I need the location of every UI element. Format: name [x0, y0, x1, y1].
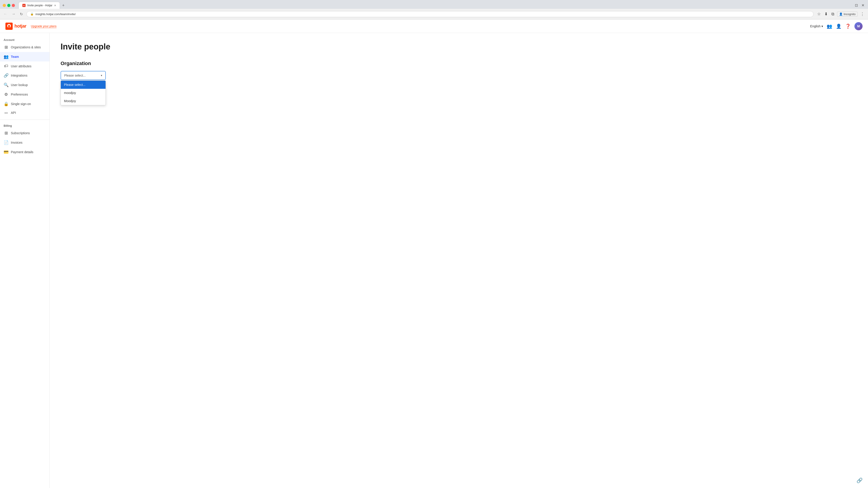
back-btn[interactable]: ← — [3, 11, 8, 17]
link-icon-btn[interactable]: 🔗 — [857, 478, 863, 484]
main-body: Account ⊞ Organizations & sites 👥 Team 🏷… — [0, 33, 868, 488]
subscriptions-icon: ⊞ — [4, 131, 8, 135]
hotjar-wordmark: hotjar — [14, 24, 26, 29]
dropdown-option-please-select[interactable]: Please select... — [61, 80, 105, 89]
profile-btn[interactable]: 👤Incognito — [837, 11, 858, 17]
nav-actions: ☆ ⬇ ⧉ 👤Incognito ⋮ — [816, 11, 865, 18]
notifications-btn[interactable]: 👥 — [827, 24, 832, 29]
sidebar-item-team[interactable]: 👥 Team — [0, 52, 50, 61]
sidebar-item-user-lookup[interactable]: 🔍 User lookup — [0, 80, 50, 90]
url-text: insights.hotjar.com/team/invite/ — [35, 12, 76, 16]
close-btn[interactable] — [12, 4, 15, 7]
svg-rect-0 — [5, 23, 13, 30]
payment-details-icon: 💳 — [4, 150, 8, 155]
organization-dropdown-menu: Please select... moodjoy Moodjoy — [61, 80, 106, 105]
account-section-label: Account — [0, 37, 50, 42]
tabs: H Invite people - Hotjar × + — [19, 2, 852, 9]
sidebar-item-label-organizations-sites: Organizations & sites — [11, 45, 41, 49]
minimize-btn[interactable] — [3, 4, 6, 7]
billing-section-label: Billing — [0, 123, 50, 128]
language-selector[interactable]: English ▾ — [810, 24, 823, 28]
tab-title: Invite people - Hotjar — [27, 4, 53, 7]
forward-btn[interactable]: → — [11, 11, 16, 17]
profile-label: Incognito — [844, 12, 856, 16]
sidebar-item-payment-details[interactable]: 💳 Payment details — [0, 147, 50, 157]
organizations-sites-icon: ⊞ — [4, 45, 8, 50]
lock-icon: 🔒 — [30, 12, 34, 15]
tab-bar-area: H Invite people - Hotjar × + ⊡ ✕ — [0, 0, 868, 9]
sidebar-item-single-sign-on[interactable]: 🔒 Single sign-on — [0, 99, 50, 109]
profile-icon: 👤 — [839, 12, 843, 16]
sidebar-item-user-attributes[interactable]: 🏷 User attributes — [0, 61, 50, 71]
team-icon: 👥 — [4, 54, 8, 59]
sidebar-item-integrations[interactable]: 🔗 Integrations — [0, 71, 50, 80]
sidebar: Account ⊞ Organizations & sites 👥 Team 🏷… — [0, 33, 50, 488]
sidebar-item-label-user-attributes: User attributes — [11, 64, 31, 68]
restore-window-btn[interactable]: ⊡ — [854, 2, 859, 8]
tab-favicon: H — [22, 4, 26, 7]
app: hotjar Upgrade your plans English ▾ 👥 👤 … — [0, 20, 868, 488]
sidebar-item-label-user-lookup: User lookup — [11, 83, 28, 87]
integrations-icon: 🔗 — [4, 73, 8, 78]
address-bar[interactable]: 🔒 insights.hotjar.com/team/invite/ — [26, 11, 813, 17]
page-title: Invite people — [61, 42, 857, 52]
sidebar-item-label-api: API — [11, 111, 16, 115]
browser-chrome: H Invite people - Hotjar × + ⊡ ✕ ← → ↻ 🔒… — [0, 0, 868, 20]
dropdown-chevron-icon: ▾ — [101, 74, 102, 77]
app-header: hotjar Upgrade your plans English ▾ 👥 👤 … — [0, 20, 868, 33]
tab-close-btn[interactable]: × — [54, 4, 56, 7]
header-right: English ▾ 👥 👤 ❓ M — [810, 22, 863, 30]
invite-btn[interactable]: 👤 — [836, 24, 842, 29]
upgrade-link[interactable]: Upgrade your plans — [31, 24, 57, 28]
sidebar-divider — [0, 120, 50, 120]
organization-dropdown-wrapper: Please select... ▾ Please select... mood… — [61, 71, 106, 80]
bookmark-btn[interactable]: ☆ — [816, 11, 822, 18]
sidebar-item-label-preferences: Preferences — [11, 93, 28, 96]
page-content: Invite people Organization Please select… — [50, 33, 868, 488]
close-window-btn[interactable]: ✕ — [861, 2, 865, 8]
menu-btn[interactable]: ⋮ — [860, 11, 865, 18]
invoices-icon: 📄 — [4, 140, 8, 145]
dropdown-option-moodjoy-upper[interactable]: Moodjoy — [61, 97, 105, 105]
navigation-bar: ← → ↻ 🔒 insights.hotjar.com/team/invite/… — [0, 9, 868, 19]
new-tab-btn[interactable]: + — [60, 2, 66, 9]
sidebar-item-label-sso: Single sign-on — [11, 102, 31, 106]
hotjar-logo: hotjar — [5, 23, 26, 30]
sidebar-item-preferences[interactable]: ⚙ Preferences — [0, 90, 50, 99]
single-sign-on-icon: 🔒 — [4, 101, 8, 106]
api-icon: <> — [4, 111, 8, 115]
maximize-btn[interactable] — [7, 4, 10, 7]
window-controls — [3, 4, 15, 7]
link-icon: 🔗 — [857, 478, 863, 483]
user-lookup-icon: 🔍 — [4, 83, 8, 88]
language-chevron: ▾ — [822, 24, 823, 28]
sidebar-item-label-payment-details: Payment details — [11, 150, 33, 154]
sidebar-item-api[interactable]: <> API — [0, 109, 50, 117]
sidebar-item-invoices[interactable]: 📄 Invoices — [0, 138, 50, 147]
preferences-icon: ⚙ — [4, 92, 8, 97]
language-label: English — [810, 24, 820, 28]
sidebar-item-label-team: Team — [11, 55, 19, 59]
organization-dropdown-trigger[interactable]: Please select... ▾ — [61, 71, 106, 80]
header-left: hotjar Upgrade your plans — [5, 23, 57, 30]
user-avatar[interactable]: M — [855, 22, 863, 30]
sidebar-item-label-subscriptions: Subscriptions — [11, 131, 30, 135]
hotjar-logo-icon — [5, 23, 13, 30]
sidebar-item-label-invoices: Invoices — [11, 141, 22, 144]
download-btn[interactable]: ⬇ — [824, 11, 829, 18]
tab-search-btn[interactable]: ⧉ — [831, 11, 835, 18]
sidebar-item-subscriptions[interactable]: ⊞ Subscriptions — [0, 128, 50, 138]
help-btn[interactable]: ❓ — [845, 24, 851, 29]
organization-section-title: Organization — [61, 61, 857, 66]
sidebar-item-organizations-sites[interactable]: ⊞ Organizations & sites — [0, 42, 50, 52]
reload-btn[interactable]: ↻ — [19, 11, 24, 17]
user-attributes-icon: 🏷 — [4, 64, 8, 68]
sidebar-item-label-integrations: Integrations — [11, 74, 27, 77]
dropdown-selected-label: Please select... — [64, 74, 86, 77]
active-tab[interactable]: H Invite people - Hotjar × — [19, 2, 60, 9]
dropdown-option-moodjoy-lower[interactable]: moodjoy — [61, 89, 105, 97]
